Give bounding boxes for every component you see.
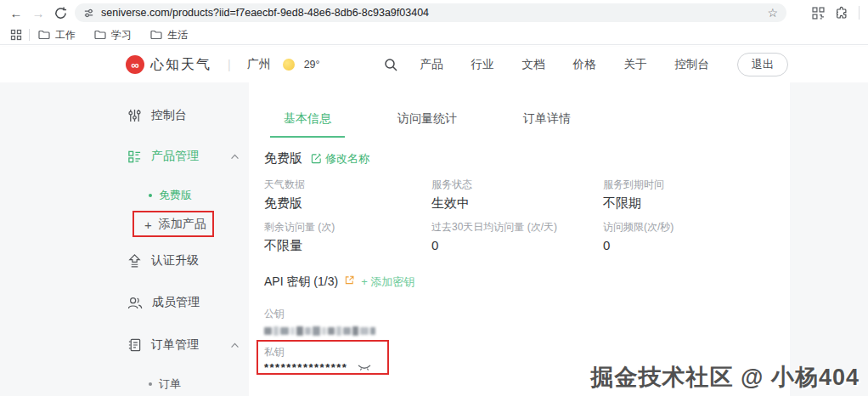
back-icon[interactable]: ← (5, 6, 27, 20)
nav-industry[interactable]: 行业 (471, 57, 494, 72)
seniverse-logo-icon[interactable]: ∞ (126, 55, 144, 74)
members-icon (127, 296, 143, 310)
chevron-up-icon[interactable] (230, 154, 240, 160)
site-header: ∞ 心知天气 | 广州 29° 产品 行业 文档 价格 关于 控制台 退出 (0, 47, 868, 82)
tab-order-details[interactable]: 订单详情 (510, 111, 584, 138)
sidebar-item-product-mgmt[interactable]: 产品管理 (127, 149, 240, 164)
field-label: 服务状态 (431, 178, 472, 192)
public-key-masked-value (264, 326, 375, 336)
temperature-label: 29° (304, 59, 320, 71)
page-background: 控制台 产品管理 免费版 + 添加产品 认证升级 成员管理 订单管理 (0, 82, 868, 396)
toolbar-separator (859, 6, 860, 20)
bookmarks-separator (29, 29, 30, 41)
plus-icon: + (144, 218, 152, 232)
field-service-status: 服务状态 生效中 (431, 178, 472, 212)
upgrade-arrow-icon (127, 253, 142, 269)
sidebar-subitem-label: 免费版 (159, 188, 192, 203)
tab-bar: 基本信息 访问量统计 订单详情 (270, 111, 623, 138)
field-label: 天气数据 (264, 178, 305, 192)
nav-products[interactable]: 产品 (420, 57, 443, 72)
bookmarks-bar: 工作 学习 生活 (0, 25, 868, 45)
field-expiry-time: 服务到期时间 不限期 (603, 178, 664, 212)
orders-clipboard-icon (127, 337, 142, 353)
forward-icon[interactable]: → (27, 6, 49, 20)
sidebar-subitem-free-version[interactable]: 免费版 (149, 188, 192, 203)
bookmark-folder-work[interactable]: 工作 (38, 28, 76, 42)
bookmark-star-icon[interactable]: ☆ (767, 6, 778, 20)
bookmark-label: 工作 (55, 28, 76, 42)
sidebar-item-add-product[interactable]: + 添加产品 (144, 217, 206, 232)
tab-traffic-stats[interactable]: 访问量统计 (384, 111, 471, 138)
field-rate-limit: 访问频限(次/秒) 0 (603, 220, 674, 252)
sidebar-item-cert-upgrade[interactable]: 认证升级 (127, 253, 240, 269)
sidebar-item-label: 产品管理 (151, 149, 221, 164)
brand-name[interactable]: 心知天气 (150, 56, 211, 74)
eye-closed-icon[interactable] (358, 365, 371, 371)
chevron-up-icon[interactable] (230, 342, 240, 348)
apps-grid-icon[interactable] (10, 29, 22, 41)
public-key-block: 公钥 (264, 307, 375, 336)
refresh-icon[interactable] (49, 7, 71, 20)
sidebar-item-order-mgmt[interactable]: 订单管理 (127, 337, 240, 353)
nav-console[interactable]: 控制台 (675, 57, 710, 72)
private-key-block: 私钥 *************** (264, 345, 371, 372)
field-weather-data: 天气数据 免费版 (264, 178, 305, 212)
folder-icon (94, 30, 106, 40)
private-key-label: 私钥 (264, 345, 371, 359)
sunny-weather-icon (283, 59, 295, 71)
folder-icon (38, 30, 50, 40)
header-nav: 产品 行业 文档 价格 关于 控制台 (420, 57, 738, 72)
bullet-dot-icon (149, 194, 152, 197)
field-value: 0 (431, 238, 557, 252)
bookmark-folder-study[interactable]: 学习 (94, 28, 132, 42)
extensions-puzzle-icon[interactable] (835, 6, 848, 20)
nav-docs[interactable]: 文档 (522, 57, 545, 72)
browser-toolbar: ← → seniverse.com/products?iid=f7eaecbf-… (0, 0, 868, 25)
qr-code-icon[interactable] (812, 7, 825, 20)
field-remaining-visits: 剩余访问量 (次) 不限量 (264, 220, 335, 254)
header-divider: | (228, 58, 231, 71)
sidebar-item-label: 成员管理 (152, 295, 200, 310)
url-bar[interactable]: seniverse.com/products?iid=f7eaecbf-9ed8… (75, 3, 786, 22)
sidebar-item-label: 添加产品 (159, 217, 206, 232)
sidebar-item-label: 认证升级 (151, 253, 199, 269)
field-avg-daily-visits: 过去30天日均访问量 (次/天) 0 (431, 220, 557, 252)
field-label: 过去30天日均访问量 (次/天) (431, 220, 557, 235)
site-settings-icon[interactable] (83, 8, 94, 19)
field-value: 免费版 (264, 195, 305, 212)
edit-pencil-icon (311, 153, 322, 164)
rename-link[interactable]: 修改名称 (311, 151, 369, 167)
field-value: 不限量 (264, 238, 335, 254)
sidebar-subitem-order[interactable]: 订单 (149, 376, 181, 392)
bookmark-folder-life[interactable]: 生活 (150, 28, 188, 42)
tab-basic-info[interactable]: 基本信息 (270, 111, 345, 138)
sidebar-subitem-label: 订单 (159, 376, 181, 392)
bookmark-label: 生活 (167, 28, 188, 42)
nav-about[interactable]: 关于 (624, 57, 647, 72)
sliders-icon (127, 108, 142, 123)
rename-label: 修改名称 (325, 151, 369, 167)
field-label: 服务到期时间 (603, 178, 664, 192)
field-label: 访问频限(次/秒) (603, 220, 674, 235)
folder-icon (150, 30, 162, 40)
location-label[interactable]: 广州 (247, 57, 271, 72)
field-label: 剩余访问量 (次) (264, 220, 335, 235)
search-icon[interactable] (384, 58, 398, 72)
public-key-label: 公钥 (264, 307, 375, 321)
sidebar-item-label: 订单管理 (151, 337, 221, 353)
sidebar-item-console[interactable]: 控制台 (127, 108, 240, 123)
nav-pricing[interactable]: 价格 (573, 57, 596, 72)
product-title: 免费版 (264, 150, 302, 167)
bullet-dot-icon (149, 382, 152, 386)
api-keys-title: API 密钥 (1/3) (264, 274, 338, 290)
add-key-link[interactable]: + 添加密钥 (361, 274, 414, 290)
field-value: 0 (603, 238, 674, 252)
product-list-icon (127, 150, 142, 164)
screenshot-root: ← → seniverse.com/products?iid=f7eaecbf-… (0, 0, 868, 396)
external-link-icon[interactable] (345, 275, 354, 285)
url-text[interactable]: seniverse.com/products?iid=f7eaecbf-9ed8… (101, 7, 760, 19)
logout-button[interactable]: 退出 (737, 53, 788, 76)
private-key-masked-value: *************** (264, 364, 347, 372)
sidebar-item-member-mgmt[interactable]: 成员管理 (127, 295, 240, 310)
field-value: 不限期 (603, 195, 664, 212)
